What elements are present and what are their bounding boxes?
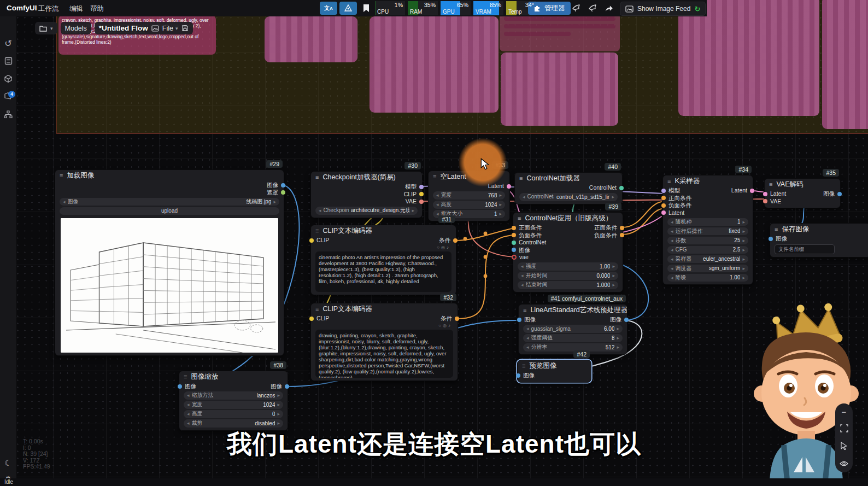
widget-combo[interactable]: ◂图像线稿图.jpg▸: [60, 198, 279, 206]
upload-button[interactable]: upload: [60, 207, 279, 215]
arrow-right-icon[interactable]: ▸: [742, 256, 745, 262]
node-32[interactable]: #32≡CLIP文本编码器CLIP条件○◎♪drawing, painting,…: [310, 303, 458, 381]
show-image-feed-toggle[interactable]: Show Image Feed ↻: [620, 2, 706, 16]
widget-combo[interactable]: ◂宽度1024▸: [184, 401, 283, 409]
node-collapse-icon[interactable]: ≡: [519, 175, 523, 181]
node-38[interactable]: #38≡图像缩放图像图像◂缩放方法lanczos▸◂宽度1024▸◂高度0▸◂裁…: [179, 371, 288, 431]
input-dot[interactable]: [517, 318, 521, 322]
menu-workflow[interactable]: 工作流: [38, 4, 59, 14]
output-slot[interactable]: 模型: [405, 183, 422, 191]
node-31[interactable]: #31≡CLIP文本编码器CLIP条件○◎♪cinematic photo An…: [310, 225, 456, 295]
widget-combo[interactable]: ◂步数25▸: [667, 237, 748, 245]
input-dot[interactable]: [763, 199, 767, 203]
arrow-left-icon[interactable]: ◂: [187, 393, 190, 398]
mini-icon[interactable]: ♪: [447, 245, 450, 250]
arrow-right-icon[interactable]: ▸: [612, 282, 615, 288]
input-slot[interactable]: 图像: [179, 383, 196, 390]
node-collapse-icon[interactable]: ≡: [315, 306, 319, 312]
input-slot[interactable]: 正向条件: [663, 195, 691, 202]
logo-button[interactable]: [339, 2, 357, 15]
widget-combo[interactable]: ◂分辨率512▸: [523, 343, 623, 352]
share-button[interactable]: [602, 2, 615, 14]
widget-combo[interactable]: ◂调度器sgm_uniform▸: [667, 265, 748, 273]
filename-prefix-input[interactable]: 文件名前缀: [775, 244, 835, 254]
mini-icon[interactable]: ♪: [448, 323, 452, 328]
node-collapse-icon[interactable]: ≡: [523, 307, 526, 313]
node-35[interactable]: #35≡VAE解码Latent图像VAE: [764, 178, 841, 208]
input-slot[interactable]: 图像: [770, 235, 787, 243]
output-dot[interactable]: [624, 318, 629, 322]
node-collapse-icon[interactable]: ≡: [769, 181, 772, 188]
arrow-left-icon[interactable]: ◂: [436, 192, 439, 198]
output-dot[interactable]: [507, 184, 511, 189]
arrow-right-icon[interactable]: ▸: [499, 192, 502, 198]
input-dot[interactable]: [512, 248, 516, 252]
input-dot[interactable]: [763, 192, 767, 196]
mini-icon[interactable]: ◎: [441, 245, 447, 250]
output-slot[interactable]: 条件: [439, 237, 456, 244]
manager-button[interactable]: 管理器: [528, 2, 571, 15]
workflow-tab[interactable]: *Untitled Flow File ▾: [95, 22, 193, 34]
arrow-right-icon[interactable]: ▸: [499, 211, 502, 216]
input-slot[interactable]: 模型: [663, 187, 680, 195]
arrow-right-icon[interactable]: ▸: [612, 264, 615, 269]
arrow-right-icon[interactable]: ▸: [617, 326, 619, 331]
node-collapse-icon[interactable]: ≡: [775, 226, 778, 232]
workflow-folder-button[interactable]: ▾: [35, 22, 57, 34]
node-collapse-icon[interactable]: ≡: [60, 172, 63, 179]
arrow-right-icon[interactable]: ▸: [617, 344, 619, 350]
output-slot[interactable]: CLIP: [404, 191, 422, 198]
input-dot[interactable]: [769, 237, 773, 241]
node-30[interactable]: #30≡Checkpoint加载器(简易)模型CLIPVAE◂Checkpoin…: [310, 171, 423, 218]
arrow-right-icon[interactable]: ▸: [273, 199, 276, 204]
widget-combo[interactable]: ◂强度阈值8▸: [523, 334, 623, 342]
models-panel-title[interactable]: Models: [61, 22, 91, 34]
node-library-button[interactable]: [0, 110, 16, 121]
app-logo[interactable]: ComfyUI: [7, 4, 37, 12]
arrow-left-icon[interactable]: ◂: [671, 256, 673, 262]
arrow-right-icon[interactable]: ▸: [412, 208, 414, 213]
output-dot[interactable]: [453, 238, 458, 243]
widget-combo[interactable]: ◂高度0▸: [184, 410, 283, 418]
output-dot[interactable]: [620, 226, 624, 230]
zoom-out-button[interactable]: −: [835, 407, 853, 417]
input-dot[interactable]: [309, 317, 314, 321]
widget-combo[interactable]: ◂强度1.00▸: [518, 262, 618, 271]
widget-combo[interactable]: ◂采样器euler_ancestral▸: [667, 255, 748, 264]
node-34[interactable]: #34≡K采样器模型Latent正向条件负面条件Latent◂随机种1▸◂运行后…: [662, 175, 753, 285]
input-dot[interactable]: [178, 384, 182, 389]
output-slot[interactable]: 图像: [271, 383, 288, 390]
input-dot[interactable]: [661, 203, 666, 208]
mini-icon[interactable]: ○: [437, 245, 441, 250]
menu-edit[interactable]: 编辑: [69, 4, 83, 14]
horn-button-2[interactable]: [586, 2, 599, 14]
output-slot[interactable]: 遮罩: [267, 189, 284, 197]
node-collapse-icon[interactable]: ≡: [315, 227, 319, 234]
output-dot[interactable]: [455, 317, 459, 321]
input-slot[interactable]: Latent: [765, 190, 786, 198]
node-collapse-icon[interactable]: ≡: [184, 373, 187, 380]
widget-combo[interactable]: ◂裁剪disabled▸: [184, 419, 283, 428]
widget-combo[interactable]: ◂高度1024▸: [433, 201, 505, 209]
input-dot[interactable]: [661, 196, 666, 200]
history-button[interactable]: ↺: [0, 38, 16, 49]
widget-combo[interactable]: ◂Checkpoint名称architecutre_design.元境筑-Yua…: [315, 207, 418, 215]
input-slot[interactable]: CLIP: [311, 315, 329, 323]
output-slot[interactable]: 负面条件: [594, 232, 623, 239]
input-dot[interactable]: [512, 233, 516, 237]
input-dot[interactable]: [309, 238, 314, 243]
node-29[interactable]: #29≡加载图像图像遮罩◂图像线稿图.jpg▸upload: [55, 169, 284, 356]
input-slot[interactable]: vae: [513, 254, 529, 261]
arrow-left-icon[interactable]: ◂: [521, 282, 524, 288]
node-save[interactable]: ≡保存图像图像文件名前缀: [770, 223, 868, 257]
arrow-left-icon[interactable]: ◂: [187, 402, 190, 407]
node-collapse-icon[interactable]: ≡: [518, 215, 521, 221]
arrow-right-icon[interactable]: ▸: [612, 273, 615, 278]
output-slot[interactable]: VAE: [406, 198, 422, 206]
arrow-left-icon[interactable]: ◂: [521, 273, 524, 278]
output-dot[interactable]: [750, 189, 754, 193]
arrow-left-icon[interactable]: ◂: [671, 238, 673, 243]
output-slot[interactable]: 图像: [267, 181, 284, 189]
input-slot[interactable]: 图像: [518, 372, 535, 379]
output-dot[interactable]: [419, 185, 424, 189]
